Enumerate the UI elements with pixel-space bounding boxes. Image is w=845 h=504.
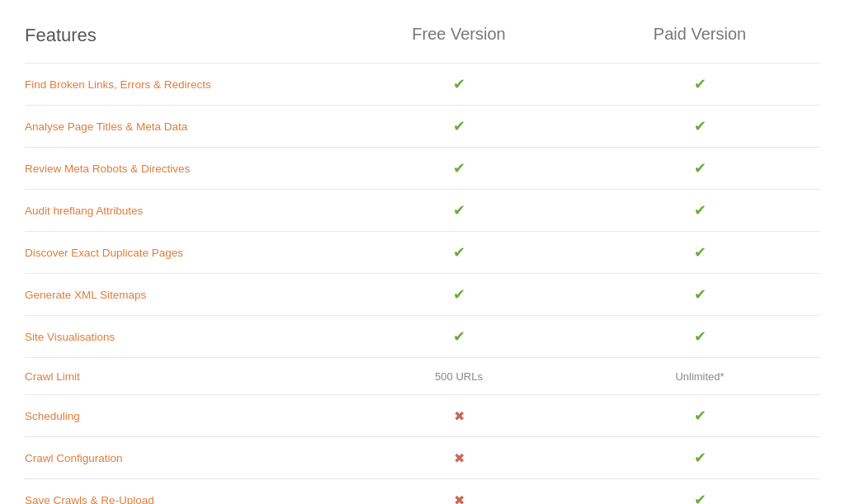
check-icon: ✔ — [453, 117, 465, 135]
table-row: Crawl Configuration✖✔ — [25, 436, 820, 478]
table-body: Find Broken Links, Errors & Redirects✔✔A… — [25, 63, 820, 504]
table-header: Features Free Version Paid Version — [25, 16, 820, 63]
feature-name: Analyse Page Titles & Meta Data — [25, 120, 338, 133]
paid-version-cell: Unlimited* — [579, 370, 820, 383]
feature-name: Site Visualisations — [25, 331, 338, 343]
check-icon: ✔ — [694, 407, 706, 425]
comparison-table: Features Free Version Paid Version Find … — [0, 0, 845, 504]
check-icon: ✔ — [453, 327, 465, 346]
cross-icon: ✖ — [454, 450, 465, 466]
table-row: Save Crawls & Re-Upload✖✔ — [25, 478, 820, 504]
feature-name: Generate XML Sitemaps — [25, 289, 338, 301]
feature-name: Audit hreflang Attributes — [25, 205, 338, 217]
table-row: Audit hreflang Attributes✔✔ — [25, 189, 820, 231]
check-icon: ✔ — [453, 243, 465, 261]
free-version-cell: ✔ — [338, 201, 579, 219]
paid-version-cell: ✔ — [579, 407, 820, 425]
free-version-cell: 500 URLs — [338, 370, 579, 383]
paid-version-cell: ✔ — [579, 243, 820, 261]
table-row: Review Meta Robots & Directives✔✔ — [25, 147, 820, 189]
feature-name: Save Crawls & Re-Upload — [25, 494, 338, 505]
free-version-cell: ✖ — [338, 408, 579, 424]
feature-name: Crawl Limit — [25, 370, 338, 383]
check-icon: ✔ — [694, 75, 706, 93]
check-icon: ✔ — [694, 201, 706, 219]
free-version-cell: ✔ — [338, 117, 579, 135]
paid-version-cell: ✔ — [579, 117, 820, 135]
check-icon: ✔ — [453, 159, 465, 177]
paid-version-cell: ✔ — [579, 327, 820, 346]
free-version-cell: ✔ — [338, 327, 579, 346]
feature-name: Find Broken Links, Errors & Redirects — [25, 78, 338, 91]
free-version-cell: ✔ — [338, 285, 579, 304]
table-row: Site Visualisations✔✔ — [25, 315, 820, 357]
free-version-cell: ✔ — [338, 75, 579, 93]
paid-version-cell: ✔ — [579, 201, 820, 219]
table-row: Discover Exact Duplicate Pages✔✔ — [25, 231, 820, 273]
table-row: Find Broken Links, Errors & Redirects✔✔ — [25, 63, 820, 105]
feature-name: Crawl Configuration — [25, 452, 338, 464]
table-row: Scheduling✖✔ — [25, 394, 820, 436]
free-version-cell: ✖ — [338, 492, 579, 505]
cross-icon: ✖ — [454, 408, 465, 424]
paid-version-column-header: Paid Version — [579, 25, 820, 46]
free-version-cell: ✔ — [338, 159, 579, 177]
cross-icon: ✖ — [454, 492, 465, 505]
features-column-header: Features — [25, 25, 338, 46]
text-value: Unlimited* — [675, 370, 724, 383]
check-icon: ✔ — [694, 449, 706, 467]
check-icon: ✔ — [694, 159, 706, 177]
paid-version-cell: ✔ — [579, 159, 820, 177]
feature-name: Scheduling — [25, 410, 338, 422]
paid-version-cell: ✔ — [579, 285, 820, 304]
check-icon: ✔ — [694, 117, 706, 135]
check-icon: ✔ — [453, 285, 465, 304]
table-row: Analyse Page Titles & Meta Data✔✔ — [25, 105, 820, 147]
free-version-column-header: Free Version — [338, 25, 579, 46]
feature-name: Review Meta Robots & Directives — [25, 163, 338, 175]
paid-version-cell: ✔ — [579, 75, 820, 93]
text-value: 500 URLs — [435, 370, 483, 383]
paid-version-cell: ✔ — [579, 449, 820, 467]
check-icon: ✔ — [694, 491, 706, 504]
check-icon: ✔ — [694, 327, 706, 346]
check-icon: ✔ — [694, 285, 706, 304]
table-row: Generate XML Sitemaps✔✔ — [25, 273, 820, 315]
feature-name: Discover Exact Duplicate Pages — [25, 247, 338, 259]
check-icon: ✔ — [453, 75, 465, 93]
check-icon: ✔ — [694, 243, 706, 261]
table-row: Crawl Limit500 URLsUnlimited* — [25, 357, 820, 394]
paid-version-cell: ✔ — [579, 491, 820, 504]
free-version-cell: ✖ — [338, 450, 579, 466]
free-version-cell: ✔ — [338, 243, 579, 261]
check-icon: ✔ — [453, 201, 465, 219]
